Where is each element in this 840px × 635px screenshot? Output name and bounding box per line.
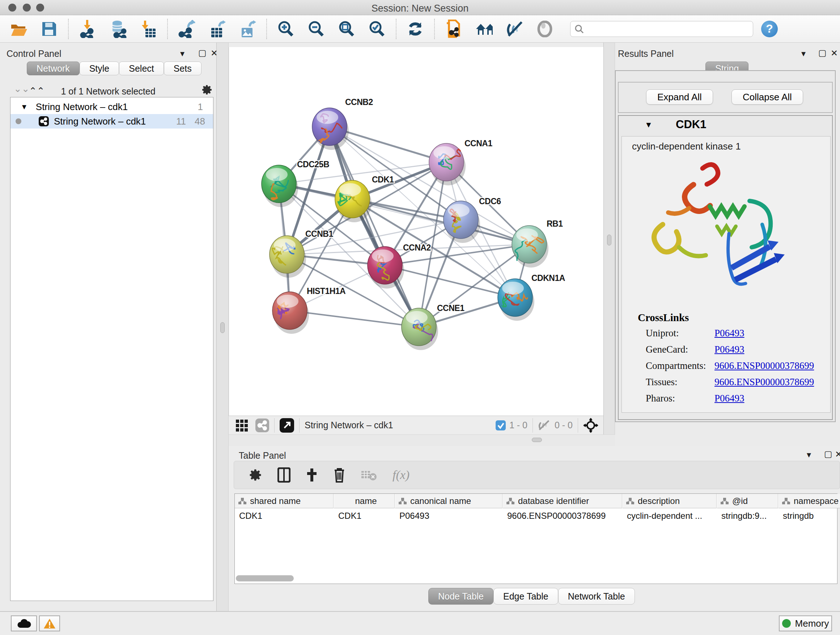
left-splitter[interactable]: [216, 43, 229, 611]
network-node-cdkn1a[interactable]: CDKN1A: [498, 273, 565, 321]
right-splitter-handle[interactable]: [607, 234, 611, 245]
table-cell[interactable]: stringdb: [778, 509, 840, 523]
float-table-icon[interactable]: ▾: [807, 450, 811, 460]
maximize-results-icon[interactable]: ▢: [818, 48, 827, 58]
grid-view-icon[interactable]: [235, 418, 249, 432]
search-input[interactable]: [584, 24, 744, 34]
open-session-icon[interactable]: [10, 20, 27, 38]
warning-button[interactable]: [39, 616, 60, 631]
zoom-out-icon[interactable]: [308, 20, 325, 38]
cloud-button[interactable]: [11, 616, 37, 631]
network-node-ccna1[interactable]: CCNA1: [429, 139, 493, 185]
crosslink-link[interactable]: 9606.ENSP00000378699: [714, 360, 814, 371]
network-canvas[interactable]: CCNB2CCNA1CDC25BCDK1CDC6RB1CCNB1CCNA2CDK…: [229, 47, 603, 416]
network-node-hist1h1a[interactable]: HIST1H1A: [272, 287, 346, 334]
crosslink-row: GeneCard:P06493: [622, 344, 830, 360]
zoom-in-icon[interactable]: [277, 20, 294, 38]
network-node-ccnb2[interactable]: CCNB2: [312, 97, 373, 150]
refresh-icon[interactable]: [407, 20, 424, 38]
right-splitter[interactable]: [603, 43, 615, 446]
tab-node-table[interactable]: Node Table: [428, 588, 493, 605]
network-node-cdc6[interactable]: CDC6: [444, 196, 501, 243]
cdk1-entry: ▼ CDK1 cyclin-dependent kinase 1 CrossLi…: [618, 115, 833, 420]
network-edge[interactable]: [290, 310, 419, 327]
zoom-fit-icon[interactable]: [338, 20, 355, 38]
crosslink-link[interactable]: P06493: [714, 393, 745, 404]
column-header-name[interactable]: name: [334, 494, 395, 508]
table-cell[interactable]: cyclin-dependent ...: [622, 509, 717, 523]
help-icon[interactable]: ?: [761, 21, 778, 37]
tab-select[interactable]: Select: [119, 62, 164, 75]
table-cell[interactable]: 9606.ENSP00000378699: [503, 509, 622, 523]
entry-collapse-triangle-icon[interactable]: ▼: [645, 120, 653, 130]
add-column-icon[interactable]: [306, 468, 318, 482]
tab-network-table[interactable]: Network Table: [558, 588, 635, 605]
show-hide-icon[interactable]: [506, 20, 523, 38]
node-label: CCNB2: [345, 97, 373, 107]
collection-count: 1: [198, 101, 203, 112]
tab-sets[interactable]: Sets: [164, 62, 202, 75]
network-options-gear-icon[interactable]: [201, 84, 213, 97]
network-node-cdk1[interactable]: CDK1: [335, 175, 394, 222]
save-session-icon[interactable]: [41, 20, 58, 38]
collapse-triangle-icon[interactable]: ▼: [21, 103, 28, 111]
selected-checkbox-icon[interactable]: [496, 420, 506, 431]
column-header-shared-name[interactable]: shared name: [235, 494, 333, 508]
network-edge[interactable]: [330, 127, 419, 327]
float-results-icon[interactable]: ▾: [801, 49, 806, 59]
search-box[interactable]: [570, 21, 753, 37]
tab-edge-table[interactable]: Edge Table: [493, 588, 558, 605]
crosslinks-title: CrossLinks: [638, 312, 689, 324]
column-header-description[interactable]: description: [622, 494, 717, 508]
horizontal-splitter-handle[interactable]: [532, 438, 542, 442]
crosslink-link[interactable]: P06493: [714, 344, 745, 355]
left-splitter-handle[interactable]: [220, 322, 225, 333]
column-header-canonical-name[interactable]: canonical name: [395, 494, 502, 508]
maximize-table-icon[interactable]: ▢: [824, 449, 832, 459]
export-table-icon[interactable]: [208, 20, 226, 38]
import-network-icon[interactable]: [79, 20, 96, 38]
column-header-namespace[interactable]: namespace: [778, 494, 840, 508]
network-node-rb1[interactable]: RB1: [512, 219, 563, 268]
float-panel-icon[interactable]: ▾: [180, 49, 185, 59]
ribbon-stroke: [710, 206, 745, 216]
node-label: CCNE1: [437, 303, 464, 313]
memory-button[interactable]: Memory: [779, 616, 832, 631]
table-cell[interactable]: CDK1: [235, 509, 333, 523]
table-cell[interactable]: CDK1: [334, 509, 395, 523]
open-in-window-icon[interactable]: [279, 418, 294, 432]
delete-column-icon[interactable]: [333, 467, 346, 483]
export-image-icon[interactable]: [239, 20, 256, 38]
export-network-icon[interactable]: [178, 20, 195, 38]
protein-structure-image: [643, 157, 802, 302]
expand-collapse-box: Expand All Collapse All: [618, 82, 833, 113]
zoom-selected-icon[interactable]: [368, 20, 386, 38]
collapse-all-button[interactable]: Collapse All: [731, 89, 803, 105]
first-neighbors-icon[interactable]: [475, 20, 493, 38]
tab-style[interactable]: Style: [80, 62, 119, 75]
tab-network[interactable]: Network: [27, 62, 80, 75]
column-header--id[interactable]: @id: [717, 494, 778, 508]
import-table-icon[interactable]: [140, 20, 157, 38]
network-collection-row[interactable]: ▼ String Network – cdk1 1: [11, 100, 213, 114]
network-node-ccne1[interactable]: CCNE1: [401, 303, 464, 350]
close-table-icon[interactable]: ✕: [835, 449, 840, 459]
table-h-scrollbar[interactable]: [236, 575, 294, 581]
table-settings-gear-icon[interactable]: [248, 468, 262, 482]
crosslink-link[interactable]: P06493: [714, 328, 745, 339]
network-row[interactable]: String Network – cdk1 11 48: [11, 114, 213, 128]
crosslink-link[interactable]: 9606.ENSP00000378699: [714, 377, 814, 388]
expand-all-button[interactable]: Expand All: [646, 89, 713, 105]
show-columns-icon[interactable]: [278, 467, 291, 483]
close-results-icon[interactable]: ✕: [831, 48, 838, 58]
new-network-from-selection-icon[interactable]: [445, 20, 462, 38]
maximize-panel-icon[interactable]: ▢: [198, 48, 207, 58]
table-cell[interactable]: P06493: [395, 509, 502, 523]
import-database-icon[interactable]: [109, 20, 126, 38]
network-graph[interactable]: CCNB2CCNA1CDC25BCDK1CDC6RB1CCNB1CCNA2CDK…: [229, 47, 604, 416]
birdseye-toggle-icon[interactable]: [583, 418, 598, 433]
column-header-database-identifier[interactable]: database identifier: [503, 494, 622, 508]
network-share-view-icon[interactable]: [256, 418, 269, 432]
eye-icon[interactable]: [536, 20, 554, 38]
table-cell[interactable]: stringdb:9...: [717, 509, 778, 523]
